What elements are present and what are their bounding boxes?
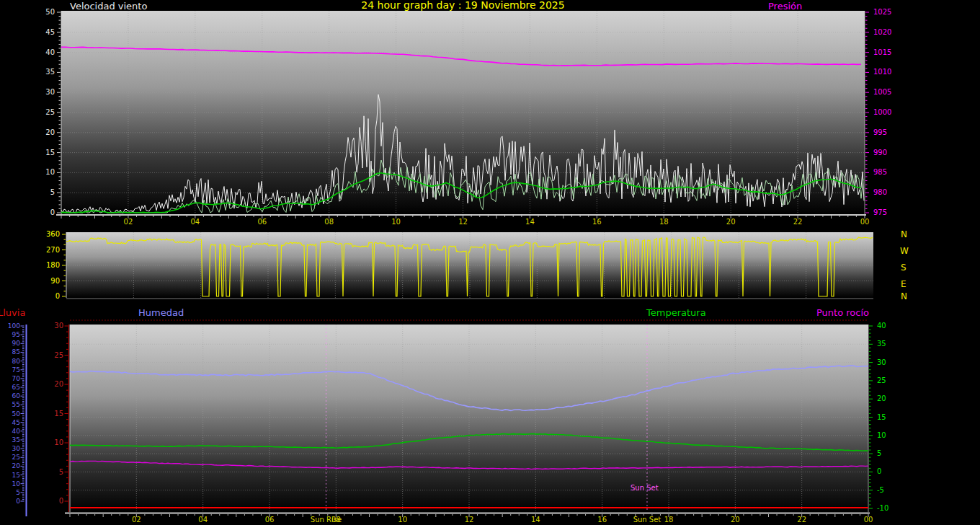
tick-label: 95 [12, 331, 20, 338]
tick-label: 90 [12, 340, 21, 347]
tick-label: 270 [46, 246, 60, 254]
tick-label: 90 [50, 277, 60, 285]
tick-label: 15 [877, 413, 886, 421]
tick-label: 180 [46, 261, 60, 269]
hour-label: 12 [458, 218, 468, 226]
tick-label: 20 [54, 380, 63, 388]
tick-label: -10 [877, 504, 888, 512]
tick-label: 10 [877, 431, 886, 439]
tick-label: 360 [46, 230, 60, 238]
hour-label: 00 [860, 218, 870, 226]
tick-label: 40 [12, 428, 21, 435]
tick-label: 15 [12, 472, 20, 479]
tick-label: 10 [45, 168, 55, 176]
tick-label: 35 [45, 68, 55, 76]
tick-label: 1010 [873, 68, 891, 76]
hour-label: 02 [124, 218, 133, 226]
tick-label: 65 [12, 384, 20, 391]
tick-label: -5 [877, 486, 884, 494]
tick-label: 995 [873, 128, 887, 136]
tick-label: 35 [12, 436, 20, 444]
tick-label: 80 [12, 358, 21, 365]
tick-label: 60 [12, 392, 21, 400]
tick-label: 15 [45, 149, 55, 156]
tick-label: 55 [12, 401, 20, 408]
hour-label: 20 [726, 218, 736, 226]
tick-label: 25 [45, 108, 55, 116]
tick-label: 30 [45, 88, 55, 96]
tick-label: 30 [54, 322, 63, 330]
tick-label: 100 [8, 322, 20, 330]
wind-speed-axis: 50454035302520151050 [45, 8, 61, 216]
sun-rise-axis-label: Sun Rise [311, 516, 342, 524]
tick-label: 0 [55, 292, 60, 300]
tick-label: 30 [12, 445, 21, 452]
sun-set-axis-label: Sun Set [633, 516, 662, 524]
hour-label: 22 [793, 218, 803, 226]
tick-label: 50 [45, 8, 55, 16]
hour-label: 14 [531, 516, 540, 524]
rain-axis: 302520151050 [54, 322, 68, 505]
hour-label: 16 [597, 516, 607, 524]
x-axis-top: 020406081012141618202200 [61, 216, 869, 226]
tick-label: 975 [873, 208, 887, 216]
tick-label: 0 [50, 208, 55, 216]
tick-label: 5 [59, 468, 63, 476]
tick-label: 5 [877, 449, 881, 457]
tick-label: 0 [16, 498, 20, 505]
hour-label: 22 [797, 516, 806, 524]
tick-label: 20 [12, 462, 21, 469]
tick-label: 0 [877, 467, 881, 475]
temperature-axis: 4035302520151050-5-10 [869, 322, 888, 512]
pressure-axis: 102510201015101010051000995990985980975 [865, 8, 891, 216]
tick-label: 45 [45, 28, 55, 36]
tick-label: 20 [45, 128, 55, 136]
hour-label: 10 [398, 516, 407, 524]
tick-label: 45 [12, 419, 20, 426]
hour-label: 14 [525, 218, 535, 226]
tick-label: 85 [12, 348, 20, 356]
x-axis-bottom: 020406081012141618202200Sun RiseSun Set [70, 514, 873, 524]
hour-label: 20 [731, 516, 740, 524]
tick-label: 40 [45, 48, 55, 56]
tick-label: 980 [873, 188, 887, 196]
tick-label: 1020 [873, 28, 891, 36]
tick-label: 25 [12, 454, 20, 461]
humidity-axis: 1009590858075706560555045403530252015105… [8, 322, 24, 505]
tick-label: 1005 [873, 88, 891, 96]
tick-label: 1000 [873, 108, 891, 116]
tick-label: 10 [12, 480, 21, 488]
hour-label: 18 [659, 218, 669, 226]
tick-label: 50 [12, 410, 21, 418]
hour-label: 04 [198, 516, 208, 524]
hour-label: 02 [132, 516, 141, 524]
wind-direction-axis: 360270180900 [46, 230, 66, 300]
tick-label: 75 [12, 366, 20, 374]
tick-label: 40 [877, 322, 886, 330]
hour-label: 10 [391, 218, 401, 226]
hour-label: 12 [465, 516, 474, 524]
tick-label: 10 [54, 438, 63, 446]
tick-label: 30 [877, 358, 886, 366]
hour-label: 08 [324, 218, 334, 226]
hour-label: 06 [265, 516, 275, 524]
hour-label: 04 [190, 218, 200, 226]
tick-label: 25 [877, 376, 886, 384]
tick-label: 35 [877, 340, 886, 348]
tick-label: 5 [16, 489, 20, 496]
tick-label: 1015 [873, 48, 891, 56]
tick-label: 1025 [873, 8, 891, 16]
hour-label: 00 [864, 516, 873, 524]
tick-label: 70 [12, 375, 21, 382]
hour-label: 06 [257, 218, 267, 226]
tick-label: 985 [873, 168, 887, 176]
sun-set-chart-label: Sun Set [631, 484, 659, 492]
tick-label: 990 [873, 149, 887, 156]
tick-label: 5 [50, 188, 55, 196]
tick-label: 0 [59, 497, 63, 505]
tick-label: 15 [54, 410, 63, 418]
tick-label: 20 [877, 394, 886, 402]
hour-label: 18 [664, 516, 674, 524]
weather-charts-canvas: 5045403530252015105010251020101510101005… [0, 0, 980, 525]
hour-label: 16 [592, 218, 602, 226]
